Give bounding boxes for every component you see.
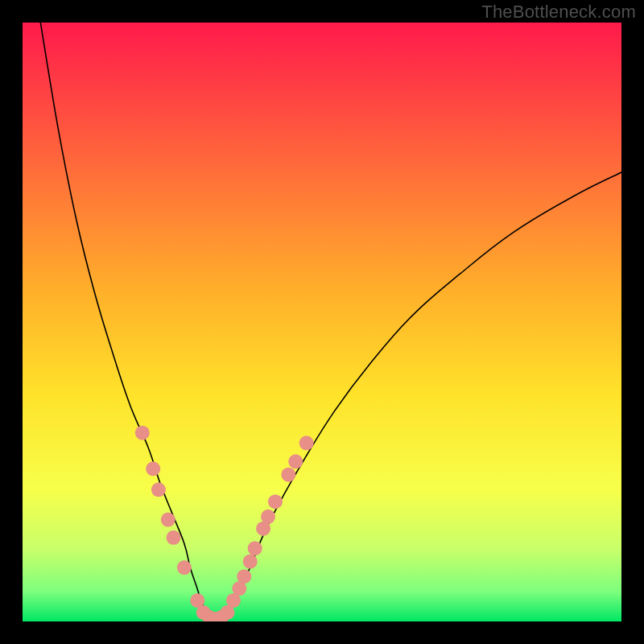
marker-dot: [177, 560, 192, 575]
marker-dot: [288, 454, 303, 469]
gradient-background: [23, 23, 621, 621]
marker-dot: [166, 530, 180, 545]
plot-area: [23, 23, 621, 621]
marker-dot: [299, 436, 314, 450]
marker-dot: [268, 494, 283, 509]
marker-dot: [161, 513, 175, 527]
marker-dot: [146, 461, 160, 476]
marker-dot: [243, 555, 258, 569]
watermark-text: TheBottleneck.com: [481, 2, 636, 23]
marker-dot: [248, 541, 262, 555]
marker-dot: [281, 468, 295, 482]
chart-canvas: [23, 23, 621, 621]
marker-dot: [135, 426, 150, 440]
frame: TheBottleneck.com: [0, 0, 644, 644]
marker-dot: [151, 482, 166, 497]
marker-dot: [237, 569, 251, 584]
marker-dot: [261, 510, 275, 524]
